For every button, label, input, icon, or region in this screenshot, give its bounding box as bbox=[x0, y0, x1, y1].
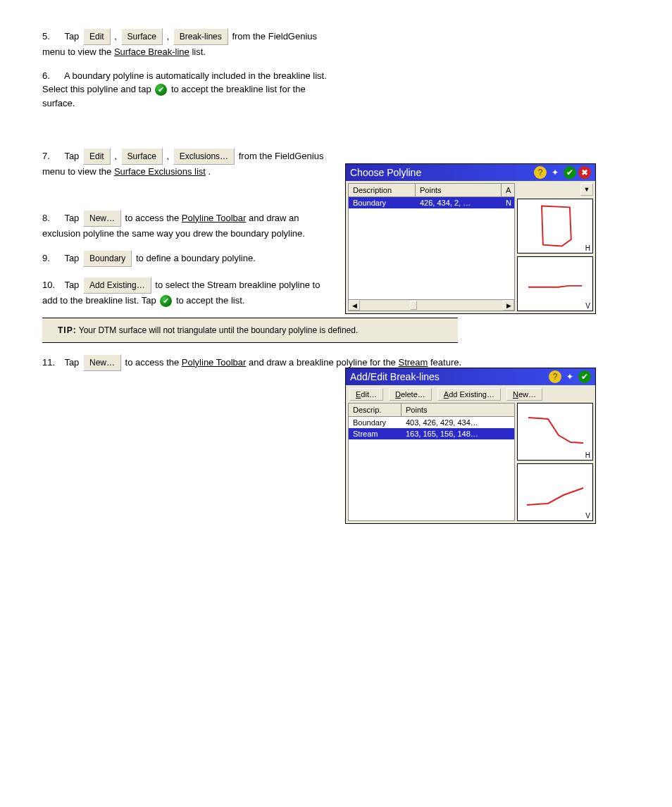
polyline-toolbar-link[interactable]: Polyline Toolbar bbox=[182, 357, 247, 368]
step-8: 8. Tap New… to access the Polyline Toolb… bbox=[42, 210, 331, 241]
choose-polyline-dialog: Choose Polyline ? ✦ ✔ ✖ Description Poin… bbox=[345, 163, 596, 314]
titlebar[interactable]: Add/Edit Break-lines ? ✦ ✔ bbox=[346, 368, 595, 385]
help-icon[interactable]: ? bbox=[549, 370, 561, 383]
titlebar[interactable]: Choose Polyline ? ✦ ✔ ✖ bbox=[346, 164, 595, 181]
step-9: 9. Tap Boundary to define a boundary pol… bbox=[42, 250, 331, 267]
tip-text: Your DTM surface will not triangulate un… bbox=[79, 325, 358, 335]
new-button[interactable]: New… bbox=[83, 354, 121, 371]
scroll-track[interactable] bbox=[360, 300, 503, 311]
step-5: 5. Tap Edit , Surface , Break-lines from… bbox=[42, 28, 331, 59]
add-existing-button[interactable]: Add Existing… bbox=[83, 277, 151, 294]
new-button[interactable]: New… bbox=[506, 388, 542, 401]
h-label: H bbox=[585, 451, 590, 459]
tip-label: TIP: bbox=[58, 325, 77, 335]
step-number: 6. bbox=[42, 69, 62, 83]
list-item[interactable]: Stream 163, 165, 156, 148… bbox=[349, 428, 514, 439]
preview-vertical: V bbox=[517, 256, 593, 311]
col-description[interactable]: Descrip. bbox=[349, 404, 402, 416]
step-number: 9. bbox=[42, 251, 62, 265]
dialog-title: Choose Polyline bbox=[350, 167, 532, 178]
delete-button[interactable]: Delete… bbox=[389, 388, 432, 401]
preview-vertical: V bbox=[517, 463, 593, 521]
surface-button[interactable]: Surface bbox=[121, 148, 163, 165]
step-number: 11. bbox=[42, 356, 62, 370]
stream-link[interactable]: Stream bbox=[398, 357, 428, 368]
list-item[interactable]: Boundary 426, 434, 2, … N bbox=[349, 197, 514, 208]
scroll-right-icon[interactable]: ▶ bbox=[503, 300, 514, 311]
horizontal-scrollbar[interactable]: ◀ ▶ bbox=[349, 299, 514, 311]
add-existing-button[interactable]: Add Existing… bbox=[437, 388, 501, 401]
edit-button[interactable]: Edit bbox=[83, 148, 111, 165]
help-icon[interactable]: ? bbox=[534, 166, 547, 179]
edit-button[interactable]: Edit… bbox=[349, 388, 383, 401]
col-points[interactable]: Points bbox=[402, 404, 514, 416]
preview-horizontal: H bbox=[517, 199, 593, 254]
col-a[interactable]: A bbox=[502, 184, 514, 196]
scroll-thumb[interactable] bbox=[410, 301, 417, 310]
tip-box: TIP: Your DTM surface will not triangula… bbox=[42, 318, 458, 343]
list-header: Description Points A bbox=[349, 184, 514, 197]
surface-button[interactable]: Surface bbox=[121, 28, 163, 45]
favorite-icon[interactable]: ✦ bbox=[564, 370, 576, 383]
preview-horizontal: H bbox=[517, 403, 593, 461]
button-row: Edit… Delete… Add Existing… New… bbox=[346, 385, 595, 401]
exclusions-button[interactable]: Exclusions… bbox=[173, 148, 235, 165]
favorite-icon[interactable]: ✦ bbox=[549, 166, 561, 179]
text: Tap bbox=[64, 31, 82, 42]
scroll-left-icon[interactable]: ◀ bbox=[349, 300, 360, 311]
ok-icon[interactable]: ✔ bbox=[155, 84, 167, 96]
step-number: 7. bbox=[42, 149, 62, 163]
col-points[interactable]: Points bbox=[416, 184, 502, 196]
breakline-list[interactable]: Descrip. Points Boundary 403, 426, 429, … bbox=[348, 403, 515, 521]
polyline-toolbar-link[interactable]: Polyline Toolbar bbox=[182, 213, 247, 223]
list-item[interactable]: Boundary 403, 426, 429, 434… bbox=[349, 417, 514, 428]
add-edit-breaklines-dialog: Add/Edit Break-lines ? ✦ ✔ Edit… Delete…… bbox=[345, 368, 596, 524]
breaklines-button[interactable]: Break-lines bbox=[173, 28, 228, 45]
h-label: H bbox=[585, 244, 590, 252]
edit-button[interactable]: Edit bbox=[83, 28, 111, 45]
polyline-list[interactable]: Description Points A Boundary 426, 434, … bbox=[348, 183, 515, 311]
surface-breakline-link[interactable]: Surface Break-line bbox=[114, 46, 189, 57]
step-number: 5. bbox=[42, 30, 62, 44]
step-number: 8. bbox=[42, 211, 62, 225]
step-number: 10. bbox=[42, 278, 62, 292]
col-description[interactable]: Description bbox=[349, 184, 416, 196]
list-header: Descrip. Points bbox=[349, 404, 514, 417]
dialog-title: Add/Edit Break-lines bbox=[350, 371, 547, 382]
dropdown-button[interactable]: ▼ bbox=[580, 183, 593, 196]
surface-exclusions-link[interactable]: Surface Exclusions list bbox=[114, 166, 206, 177]
boundary-button[interactable]: Boundary bbox=[83, 250, 132, 267]
new-button[interactable]: New… bbox=[83, 210, 121, 227]
v-label: V bbox=[585, 512, 590, 520]
step-6: 6. A boundary polyline is automatically … bbox=[42, 69, 331, 111]
step-10: 10. Tap Add Existing… to select the Stre… bbox=[42, 277, 331, 308]
close-icon[interactable]: ✖ bbox=[578, 166, 591, 179]
ok-icon[interactable]: ✔ bbox=[578, 370, 591, 383]
v-label: V bbox=[585, 302, 590, 310]
ok-icon[interactable]: ✔ bbox=[564, 166, 576, 179]
step-7: 7. Tap Edit , Surface , Exclusions… from… bbox=[42, 148, 331, 179]
ok-icon[interactable]: ✔ bbox=[160, 295, 172, 307]
